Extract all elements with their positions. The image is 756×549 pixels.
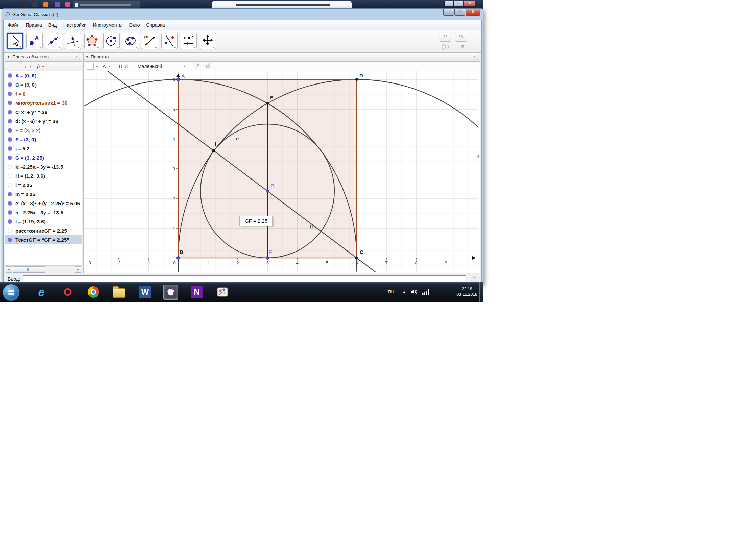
close-button[interactable]: ✕ — [466, 9, 480, 16]
browser-toolbar-icon[interactable] — [32, 2, 38, 7]
redo-button[interactable]: ↷ — [455, 33, 467, 42]
input-help-icon[interactable]: ? — [471, 276, 477, 282]
menu-item-0[interactable]: Файл — [8, 22, 19, 28]
algebra-item-8[interactable]: j = 5.2 — [5, 144, 82, 153]
tool-move-graphics-view[interactable] — [200, 33, 216, 49]
tool-dropdown-caret-icon[interactable] — [116, 47, 119, 48]
algebra-item-11[interactable]: H = (1.2, 3.6) — [5, 171, 82, 181]
internet-explorer-icon[interactable]: e — [34, 285, 49, 300]
panel-splitter-arrow-icon[interactable] — [477, 154, 479, 158]
tool-dropdown-caret-icon[interactable] — [77, 47, 80, 48]
color-swatch[interactable] — [87, 63, 94, 70]
tool-circle-center-point[interactable] — [103, 33, 120, 49]
graphics-close-icon[interactable]: ✕ — [472, 54, 478, 60]
tool-dropdown-caret-icon[interactable] — [174, 47, 176, 48]
point-E[interactable] — [266, 102, 269, 105]
dropdown-caret-icon[interactable] — [42, 66, 44, 67]
visibility-on-icon[interactable] — [8, 110, 12, 114]
algebra-item-3[interactable]: многоугольник1 = 36 — [5, 98, 82, 108]
menu-item-5[interactable]: Окно — [129, 22, 140, 28]
show-desktop-button[interactable] — [479, 282, 483, 302]
tool-perpendicular-line[interactable] — [65, 33, 81, 49]
visibility-off-icon[interactable] — [8, 229, 12, 233]
network-icon[interactable] — [422, 289, 429, 296]
italic-button[interactable]: К — [125, 64, 128, 69]
dropdown-caret-icon[interactable] — [108, 66, 111, 67]
text-color-button[interactable]: A — [103, 64, 106, 69]
visibility-on-icon[interactable] — [8, 238, 12, 242]
graphics-view[interactable]: -3-2-10123456789123456ABCDEFGIenGF = 2.2… — [84, 71, 478, 272]
tool-conic[interactable] — [123, 33, 139, 49]
point-I[interactable] — [212, 149, 215, 152]
collapse-caret-icon[interactable]: ▼ — [7, 55, 10, 59]
dropdown-caret-icon[interactable] — [183, 66, 186, 67]
chrome-icon[interactable] — [86, 285, 101, 300]
visibility-on-icon[interactable] — [8, 210, 12, 215]
tool-distance[interactable]: cm — [142, 33, 158, 49]
bold-button[interactable]: П — [119, 64, 122, 69]
tool-move[interactable] — [7, 33, 23, 49]
algebra-item-9[interactable]: G = (3, 2.25) — [5, 153, 82, 162]
sort-icon[interactable] — [7, 63, 16, 70]
algebra-horizontal-scrollbar[interactable]: ◄ ► — [5, 265, 82, 273]
help-icon[interactable]: ? — [442, 44, 449, 50]
algebra-item-18[interactable]: ТекстGF = “GF = 2.25” — [5, 235, 82, 244]
tool-dropdown-caret-icon[interactable] — [58, 47, 61, 48]
visibility-off-icon[interactable] — [8, 174, 12, 178]
tool-dropdown-caret-icon[interactable] — [135, 47, 138, 48]
browser-close-button[interactable]: ✕ — [464, 1, 475, 6]
point-F[interactable] — [266, 257, 269, 260]
auxiliary-objects-icon[interactable] — [20, 63, 28, 70]
font-size-select[interactable]: Маленький — [138, 64, 162, 69]
algebra-item-4[interactable]: c: x² + y² = 36 — [5, 108, 82, 117]
language-indicator[interactable]: RU — [388, 289, 394, 294]
browser-toolbar-icon[interactable] — [22, 2, 27, 7]
visibility-on-icon[interactable] — [8, 101, 12, 105]
point-A[interactable] — [177, 78, 180, 81]
algebra-item-7[interactable]: F = (3, 0) — [5, 135, 82, 144]
algebra-item-10[interactable]: k: -2.25x - 3y = -13.5 — [5, 162, 82, 171]
dropdown-caret-icon[interactable] — [96, 66, 98, 67]
tool-point[interactable]: A — [26, 33, 43, 49]
browser-maximize-button[interactable]: □ — [454, 1, 463, 6]
scrollbar-thumb[interactable] — [13, 266, 45, 273]
visibility-on-icon[interactable] — [8, 137, 12, 142]
scroll-right-icon[interactable]: ► — [75, 266, 81, 273]
maximize-button[interactable]: □ — [454, 9, 465, 16]
tool-dropdown-caret-icon[interactable] — [97, 47, 99, 48]
paint-icon[interactable] — [215, 285, 230, 300]
minimize-button[interactable]: – — [443, 9, 454, 16]
algebra-item-17[interactable]: расстояниеGF = 2.25 — [5, 226, 82, 235]
tool-slider[interactable]: a = 2 — [181, 33, 197, 49]
browser-tab[interactable] — [73, 1, 140, 9]
volume-icon[interactable] — [410, 288, 418, 296]
onenote-icon[interactable]: N — [189, 285, 204, 300]
menu-item-1[interactable]: Правка — [26, 22, 42, 28]
menu-item-4[interactable]: Инструменты — [93, 22, 122, 28]
browser-extension-icon-orange[interactable] — [43, 2, 48, 7]
tool-dropdown-caret-icon[interactable] — [155, 47, 157, 48]
tool-dropdown-caret-icon[interactable] — [193, 47, 196, 48]
visibility-on-icon[interactable] — [8, 219, 12, 224]
pin-icon[interactable] — [195, 63, 200, 70]
collapse-caret-icon[interactable]: ▼ — [86, 55, 89, 59]
visibility-on-icon[interactable] — [8, 156, 12, 160]
lock-icon[interactable] — [205, 63, 211, 70]
algebra-item-15[interactable]: n: -2.25x - 3y = -13.5 — [5, 208, 82, 217]
algebra-item-5[interactable]: d: (x - 6)² + y² = 36 — [5, 117, 82, 126]
visibility-on-icon[interactable] — [8, 201, 12, 206]
menu-item-6[interactable]: Справка — [146, 22, 165, 28]
visibility-on-icon[interactable] — [8, 92, 12, 96]
visibility-off-icon[interactable] — [8, 183, 12, 187]
clock[interactable]: 22:18 03.11.2018 — [456, 286, 477, 297]
visibility-on-icon[interactable] — [8, 73, 12, 78]
titlebar[interactable]: GeoGebra Classic 5 (2) – □ ✕ — [2, 9, 483, 20]
algebra-close-icon[interactable]: ✕ — [74, 54, 80, 60]
word-icon[interactable]: W — [138, 285, 152, 300]
settings-gear-icon[interactable]: ⚙ — [459, 44, 466, 50]
tool-polygon[interactable] — [84, 33, 100, 49]
algebra-item-14[interactable]: e: (x - 3)² + (y - 2.25)² = 5.06 — [5, 199, 82, 208]
algebra-item-16[interactable]: I = (1.19, 3.6) — [5, 217, 82, 226]
menu-item-2[interactable]: Вид — [48, 22, 57, 28]
tool-dropdown-caret-icon[interactable] — [212, 47, 215, 48]
